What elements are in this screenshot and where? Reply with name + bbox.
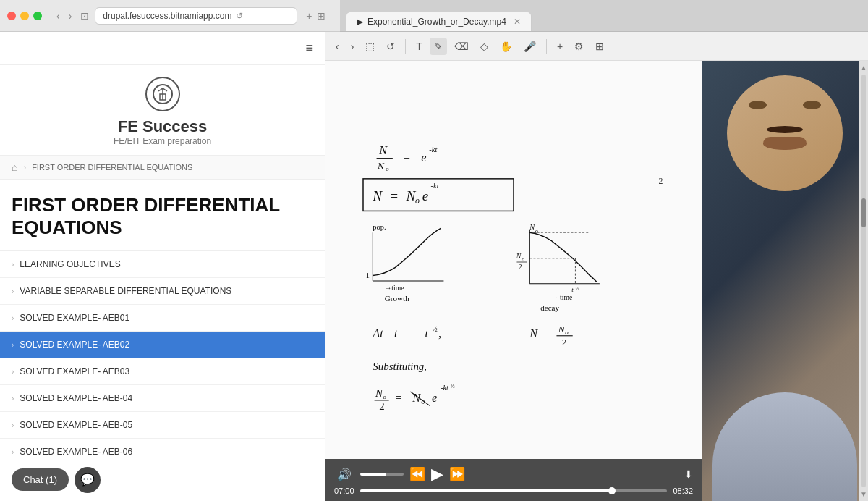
svg-text:N: N [377, 160, 385, 171]
scroll-thumb [861, 198, 866, 227]
nav-item-0[interactable]: ›LEARNING OBJECTIVES [0, 251, 325, 278]
tab-actions: + ⊞ [306, 10, 325, 22]
svg-text:1: 1 [366, 271, 370, 279]
main-layout: ≡ FE Success FE/EIT Exam preparation ⌂ ›… [0, 32, 868, 501]
svg-text:=: = [404, 151, 410, 164]
nav-chevron-7: › [12, 448, 14, 456]
svg-text:½: ½ [432, 325, 438, 333]
toolbar-undo-button[interactable]: ↺ [382, 38, 399, 55]
brand-name: FE Success [118, 117, 208, 136]
svg-text:e: e [432, 391, 437, 405]
svg-text:=: = [396, 391, 402, 405]
rewind-button[interactable]: ⏪ [409, 466, 425, 482]
svg-text:t: t [394, 327, 398, 340]
volume-slider[interactable] [360, 473, 404, 476]
back-button[interactable]: ‹ [54, 9, 63, 23]
chat-bubble-icon: 💬 [80, 473, 95, 487]
brand-subtitle: FE/EIT Exam preparation [114, 136, 211, 146]
toolbar-page-icon[interactable]: ⬚ [361, 38, 379, 55]
svg-text:e: e [422, 188, 429, 203]
progress-bar-container: 07:00 08:32 [334, 487, 693, 495]
refresh-button[interactable]: ↺ [236, 11, 243, 21]
scroll-down-button[interactable]: ▼ [860, 490, 867, 498]
nav-item-5[interactable]: ›SOLVED EXAMPLE- AEB-04 [0, 385, 325, 412]
breadcrumb-bar: ⌂ › FIRST ORDER DIFFERENTIAL EQUATIONS [0, 156, 325, 180]
page-title: FIRST ORDER DIFFERENTIAL EQUATIONS [12, 194, 313, 239]
svg-text:½: ½ [451, 383, 455, 390]
forward-button[interactable]: › [66, 9, 75, 23]
content-split: N N o = e -kt N = N o e -kt [326, 61, 868, 501]
svg-text:o: o [565, 329, 569, 336]
nav-item-7[interactable]: ›SOLVED EXAMPLE- AEB-06 [0, 439, 325, 458]
download-button[interactable]: ⬇ [684, 468, 693, 480]
home-icon[interactable]: ⌂ [12, 161, 17, 173]
scroll-track[interactable] [861, 75, 866, 487]
svg-text:t: t [425, 327, 428, 340]
toolbar-add-button[interactable]: + [553, 38, 567, 55]
toolbar-back-button[interactable]: ‹ [331, 38, 344, 55]
play-pause-button[interactable]: ▶ [431, 465, 443, 484]
nav-item-3[interactable]: ›SOLVED EXAMPLE- AEB02 [0, 332, 325, 358]
svg-text:At: At [372, 327, 383, 340]
video-tab-close[interactable]: ✕ [514, 17, 521, 27]
toolbar-forward-button[interactable]: › [346, 38, 359, 55]
nav-label-3: SOLVED EXAMPLE- AEB02 [20, 340, 129, 350]
nav-label-7: SOLVED EXAMPLE- AEB-06 [20, 447, 132, 457]
progress-thumb [608, 487, 616, 494]
toolbar-settings-button[interactable]: ⚙ [570, 38, 588, 55]
toolbar-hand-button[interactable]: ✋ [495, 38, 516, 55]
url-text: drupal.fesuccess.bitnamiapp.com [103, 11, 231, 21]
toolbar-text-button[interactable]: T [412, 38, 427, 55]
toolbar-eraser-button[interactable]: ⌫ [450, 38, 473, 55]
nav-item-6[interactable]: ›SOLVED EXAMPLE- AEB-05 [0, 412, 325, 439]
tab-overview-button[interactable]: ⊞ [317, 10, 326, 22]
svg-text:N: N [372, 188, 383, 203]
volume-button[interactable]: 🔊 [334, 466, 354, 483]
svg-text:Substituting,: Substituting, [373, 361, 427, 372]
video-tab-bar: ▶ Exponential_Growth_or_Decay.mp4 ✕ [340, 0, 868, 32]
breadcrumb-text: FIRST ORDER DIFFERENTIAL EQUATIONS [32, 163, 192, 172]
traffic-lights [7, 12, 42, 20]
nav-chevron-0: › [12, 261, 14, 269]
toolbar-mic-button[interactable]: 🎤 [519, 38, 540, 55]
chat-button[interactable]: Chat (1) [12, 468, 69, 491]
right-scrollbar: ▲ ▼ [859, 61, 868, 501]
progress-track[interactable] [360, 489, 668, 492]
svg-text:N: N [516, 252, 522, 260]
math-canvas: N N o = e -kt N = N o e -kt [326, 61, 702, 501]
toolbar-pen-button[interactable]: ✎ [430, 38, 447, 55]
minimize-button[interactable] [20, 12, 29, 20]
chat-icon-button[interactable]: 💬 [75, 467, 101, 493]
chat-area: Chat (1) 💬 [0, 458, 325, 501]
fast-forward-button[interactable]: ⏩ [449, 466, 465, 482]
video-tab[interactable]: ▶ Exponential_Growth_or_Decay.mp4 ✕ [346, 12, 532, 31]
nav-item-1[interactable]: ›VARIABLE SEPARABLE DIFFERENTIAL EQUATIO… [0, 278, 325, 305]
svg-text:t: t [571, 286, 574, 293]
video-panel [702, 61, 868, 501]
hamburger-button[interactable]: ≡ [305, 41, 313, 56]
nav-list: ›LEARNING OBJECTIVES›VARIABLE SEPARABLE … [0, 251, 325, 458]
page-title-area: FIRST ORDER DIFFERENTIAL EQUATIONS [0, 180, 325, 251]
bookmark-button[interactable]: ⊡ [80, 10, 89, 22]
svg-text:-kt: -kt [429, 146, 438, 153]
svg-text:=: = [409, 327, 415, 340]
nav-item-4[interactable]: ›SOLVED EXAMPLE- AEB03 [0, 358, 325, 385]
svg-text:o: o [386, 165, 389, 172]
close-button[interactable] [7, 12, 16, 20]
svg-text:→time: →time [385, 284, 404, 292]
svg-text:N: N [529, 327, 538, 340]
svg-text:Growth: Growth [385, 294, 409, 303]
breadcrumb-separator: › [23, 163, 26, 172]
scroll-up-button[interactable]: ▲ [860, 64, 867, 72]
add-tab-button[interactable]: + [306, 10, 312, 22]
brand-icon [153, 84, 173, 104]
maximize-button[interactable] [33, 12, 42, 20]
nav-item-2[interactable]: ›SOLVED EXAMPLE- AEB01 [0, 305, 325, 332]
current-time: 07:00 [334, 487, 354, 495]
video-tab-icon: ▶ [357, 17, 363, 27]
toolbar-grid-button[interactable]: ⊞ [591, 38, 608, 55]
nav-label-6: SOLVED EXAMPLE- AEB-05 [20, 420, 132, 430]
address-bar[interactable]: drupal.fesuccess.bitnamiapp.com ↺ [95, 7, 297, 25]
toolbar-shape-button[interactable]: ◇ [476, 38, 493, 55]
toolbar-separator-1 [405, 39, 406, 54]
